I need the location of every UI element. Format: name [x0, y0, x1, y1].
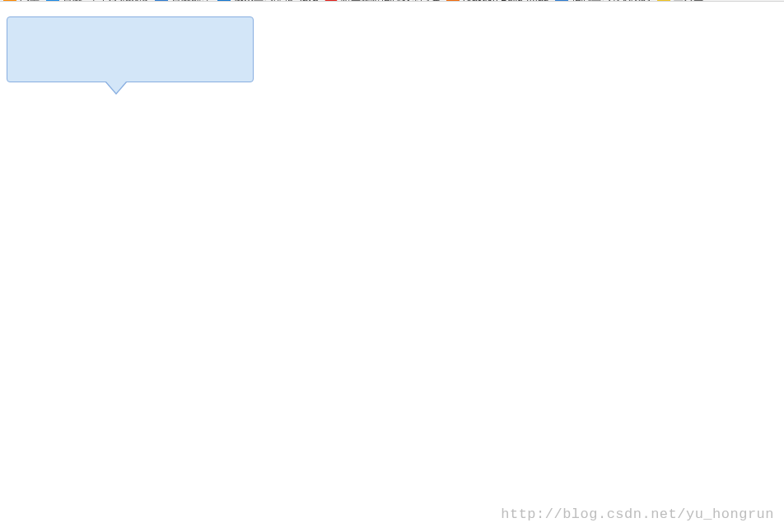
bookmark-icon: [46, 0, 59, 2]
bookmark-icon: [324, 0, 338, 2]
bookmark-item[interactable]: 淘宝: [3, 0, 40, 2]
bookmark-item[interactable]: reaction Build-{Mag: [446, 0, 548, 2]
bookmark-label: reaction Build-{Mag: [463, 0, 548, 2]
bookmark-icon: [555, 0, 568, 2]
bookmark-icon: [217, 0, 231, 2]
bookmark-label: 信息查询有权限的: [572, 0, 651, 2]
bookmark-item[interactable]: 搜索查询邮箱: [217, 0, 293, 2]
bookmark-label: java: [300, 0, 318, 2]
bookmark-item[interactable]: 新生更新信息发布网址: [324, 0, 440, 2]
bookmark-item[interactable]: 干不好就跳楼: [89, 0, 148, 2]
bookmark-item[interactable]: java: [300, 0, 318, 2]
bookmark-item[interactable]: 信息查询有权限的: [555, 0, 651, 2]
bookmark-icon: [657, 0, 670, 2]
bookmark-label: 新生更新信息发布网址: [341, 0, 440, 2]
bookmark-label: 工具区: [674, 0, 703, 2]
bookmark-label: 百度: [63, 0, 82, 2]
bookmark-item[interactable]: 工具区: [657, 0, 703, 2]
bookmark-icon: [3, 0, 16, 2]
bookmark-label: 淘宝: [20, 0, 40, 2]
bookmark-label: 搜索查询邮箱: [234, 0, 293, 2]
bookmark-label: 百度翻译: [171, 0, 211, 2]
bookmark-item[interactable]: 百度: [46, 0, 82, 2]
bookmarks-bar: 淘宝 百度 干不好就跳楼 百度翻译 搜索查询邮箱 java 新生更新信息发布网址…: [0, 0, 784, 2]
bookmark-item[interactable]: 百度翻译: [155, 0, 211, 2]
bookmark-icon: [446, 0, 460, 2]
bookmark-label: 干不好就跳楼: [89, 0, 148, 2]
bookmark-icon: [155, 0, 168, 2]
speech-bubble: [7, 16, 254, 82]
watermark-text: http://blog.csdn.net/yu_hongrun: [501, 506, 774, 522]
